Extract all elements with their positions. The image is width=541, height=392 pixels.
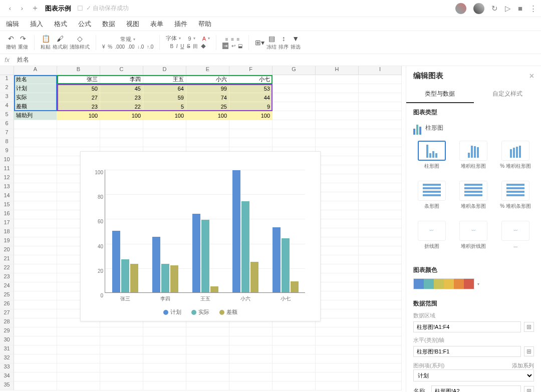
cell[interactable] (316, 237, 359, 246)
rowhead[interactable]: 32 (0, 354, 14, 363)
colhead-F[interactable]: F (229, 66, 273, 75)
rowhead[interactable]: 13 (0, 183, 14, 192)
cell[interactable] (359, 273, 402, 282)
avatar-2[interactable] (473, 3, 484, 14)
rowhead[interactable]: 30 (0, 336, 14, 345)
cell[interactable] (359, 75, 402, 84)
colhead-B[interactable]: B (57, 66, 100, 75)
cell[interactable] (229, 345, 273, 354)
chart-type-option[interactable]: % 堆积柱形图 (497, 141, 534, 176)
align-right-icon[interactable]: ≡ (237, 37, 240, 42)
cell[interactable] (359, 246, 402, 255)
nav-fwd[interactable]: › (16, 5, 28, 12)
number-format-select[interactable]: 常规▾ (120, 36, 135, 43)
colhead-C[interactable]: C (100, 66, 143, 75)
cell[interactable]: 100 (186, 111, 229, 120)
cell[interactable] (359, 318, 402, 327)
cell[interactable] (359, 282, 402, 291)
chart-type-option[interactable]: 〰折线图 (413, 221, 450, 256)
cell[interactable] (14, 264, 57, 273)
rowhead[interactable]: 24 (0, 282, 14, 291)
colhead-E[interactable]: E (186, 66, 229, 75)
new-tab-button[interactable]: ＋ (31, 3, 39, 14)
cell[interactable] (143, 345, 186, 354)
cell[interactable]: 53 (229, 84, 273, 93)
cell[interactable] (14, 372, 57, 381)
cell[interactable] (14, 147, 57, 156)
more-icon[interactable]: ⋮ (529, 4, 537, 13)
cell[interactable] (57, 354, 100, 363)
cell[interactable] (186, 336, 229, 345)
cell[interactable]: 姓名 (14, 75, 57, 84)
rowhead[interactable]: 14 (0, 192, 14, 201)
colhead-G[interactable]: G (273, 66, 316, 75)
cell[interactable] (14, 345, 57, 354)
color-swatch[interactable] (464, 279, 474, 289)
cell[interactable] (143, 129, 186, 138)
dec3-icon[interactable]: .000 (115, 44, 125, 50)
cell[interactable] (229, 336, 273, 345)
menu-data[interactable]: 数据 (102, 20, 115, 29)
cell[interactable] (229, 327, 273, 336)
input-data-region[interactable] (413, 321, 521, 332)
border-icon[interactable]: 田 (193, 44, 198, 49)
undo-button[interactable]: ↶撤销 (6, 35, 16, 51)
cell[interactable] (229, 129, 273, 138)
strike-icon[interactable]: S (187, 44, 190, 49)
cell[interactable] (100, 120, 143, 129)
cell[interactable] (14, 129, 57, 138)
rowhead[interactable]: 8 (0, 138, 14, 147)
cell[interactable]: 99 (186, 84, 229, 93)
cell[interactable] (100, 372, 143, 381)
merge-icon[interactable]: ⇥ (222, 43, 228, 49)
sort-button[interactable]: ↕排序 (279, 35, 289, 51)
cell[interactable]: 27 (57, 93, 100, 102)
cell[interactable] (100, 381, 143, 390)
cell[interactable] (359, 228, 402, 237)
cell[interactable] (316, 300, 359, 309)
cell[interactable] (273, 354, 316, 363)
cell[interactable] (316, 255, 359, 264)
menu-plugins[interactable]: 插件 (174, 20, 187, 29)
colhead-A[interactable]: A (14, 66, 57, 75)
chart-type-option[interactable]: 〰堆积折线图 (455, 221, 492, 256)
color-swatch[interactable] (424, 279, 434, 289)
cell[interactable] (316, 192, 359, 201)
cell[interactable] (359, 93, 402, 102)
color-swatch[interactable] (414, 279, 424, 289)
cell[interactable] (14, 228, 57, 237)
chart-type-option[interactable]: 堆积柱形图 (455, 141, 492, 176)
cell[interactable] (359, 192, 402, 201)
format-painter-button[interactable]: 🖌格式刷 (53, 35, 68, 51)
cell[interactable] (316, 201, 359, 210)
cell[interactable] (186, 372, 229, 381)
cell[interactable] (229, 372, 273, 381)
valign-icon[interactable]: ⬓ (238, 43, 242, 49)
cell[interactable] (273, 129, 316, 138)
cell[interactable] (186, 327, 229, 336)
cell[interactable]: 23 (100, 93, 143, 102)
cell[interactable] (229, 120, 273, 129)
cell[interactable] (359, 255, 402, 264)
range-picker-icon[interactable]: ⊞ (524, 346, 534, 356)
rowhead[interactable]: 28 (0, 318, 14, 327)
cell[interactable] (57, 372, 100, 381)
cell[interactable] (143, 336, 186, 345)
menu-insert[interactable]: 插入 (30, 20, 43, 29)
cell[interactable] (14, 381, 57, 390)
cell[interactable]: 64 (143, 84, 186, 93)
cell[interactable]: 44 (229, 93, 273, 102)
cell[interactable]: 100 (57, 111, 100, 120)
cell[interactable] (14, 183, 57, 192)
cell[interactable] (359, 300, 402, 309)
cell[interactable]: 小七 (229, 75, 273, 84)
cell[interactable] (316, 363, 359, 372)
chart-type-option[interactable]: 条形图 (413, 181, 450, 216)
rowhead[interactable]: 23 (0, 273, 14, 282)
cell[interactable] (14, 237, 57, 246)
cell[interactable] (57, 381, 100, 390)
clear-format-button[interactable]: ◇清除样式 (70, 35, 90, 51)
cell[interactable]: 辅助列 (14, 111, 57, 120)
cell[interactable] (143, 354, 186, 363)
italic-icon[interactable]: I (176, 44, 178, 49)
